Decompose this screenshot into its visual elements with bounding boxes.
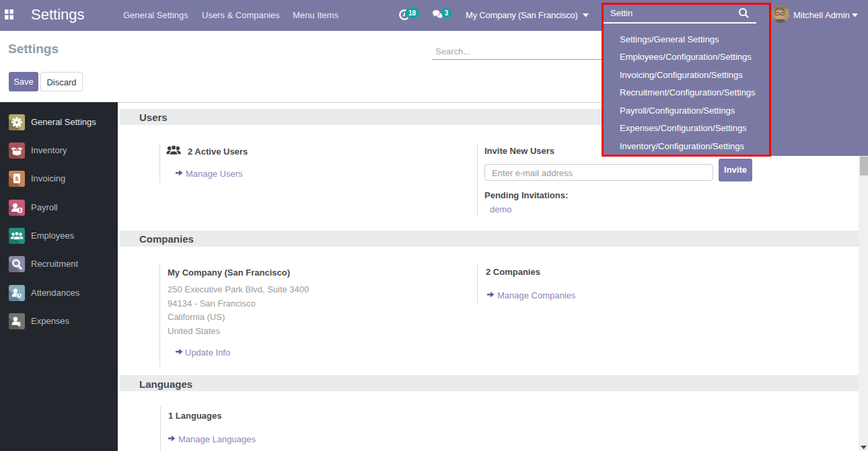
svg-text:$: $ <box>17 321 21 327</box>
svg-text:$: $ <box>15 175 18 182</box>
svg-text:$: $ <box>19 208 22 213</box>
